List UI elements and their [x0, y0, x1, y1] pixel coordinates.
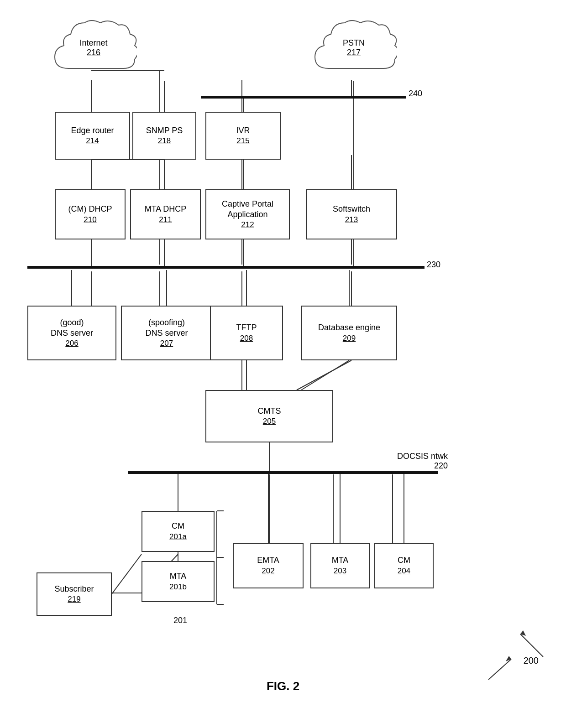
emta-id: 202 — [262, 566, 274, 576]
docsis-label: DOCSIS ntwk 220 — [397, 452, 448, 471]
captive-portal-node: Captive Portal Application 212 — [205, 189, 290, 239]
ref-200-arrow — [507, 625, 552, 661]
fig-label: FIG. 2 — [267, 679, 299, 693]
svg-line-35 — [520, 634, 543, 657]
edge-router-id: 214 — [86, 136, 99, 146]
cm-204-id: 204 — [398, 566, 410, 576]
cm-dhcp-id: 210 — [84, 215, 96, 225]
bus-220 — [128, 471, 438, 474]
diagram: 240 230 DOCSIS ntwk 220 Internet 216 PST… — [0, 0, 566, 702]
mta-203-node: MTA 203 — [310, 543, 370, 588]
edge-router-node: Edge router 214 — [55, 112, 130, 160]
ivr-node: IVR 215 — [205, 112, 281, 160]
mta-dhcp-id: 211 — [159, 215, 172, 225]
subscriber-node: Subscriber 219 — [37, 572, 112, 616]
subscriber-id: 219 — [68, 594, 80, 604]
softswitch-label: Softswitch — [333, 204, 370, 214]
snmp-ps-label: SNMP PS — [146, 125, 183, 136]
mta-dhcp-label: MTA DHCP — [145, 204, 187, 214]
cm-dhcp-node: (CM) DHCP 210 — [55, 189, 126, 239]
cm-dhcp-label: (CM) DHCP — [68, 204, 112, 214]
db-engine-id: 209 — [343, 333, 356, 343]
tftp-node: TFTP 208 — [210, 306, 283, 360]
svg-line-29 — [488, 659, 511, 680]
good-dns-id: 206 — [65, 338, 78, 348]
pstn-label: PSTN — [343, 38, 365, 48]
bus-230-label: 230 — [427, 260, 440, 270]
svg-line-55 — [301, 360, 349, 390]
ivr-id: 215 — [236, 136, 249, 146]
spoof-dns-label: (spoofing)DNS server — [145, 317, 188, 339]
subscriber-label: Subscriber — [54, 584, 94, 594]
internet-label: Internet — [79, 38, 107, 48]
mta-203-id: 203 — [334, 566, 346, 576]
good-dns-label: (good)DNS server — [51, 317, 93, 339]
tftp-label: TFTP — [236, 322, 257, 333]
bus-240 — [201, 96, 406, 99]
cmts-label: CMTS — [258, 406, 281, 416]
internet-cloud: Internet 216 — [50, 9, 137, 82]
cm-204-node: CM 204 — [374, 543, 434, 588]
spoof-dns-node: (spoofing)DNS server 207 — [121, 306, 212, 360]
mta-203-label: MTA — [332, 555, 349, 566]
edge-router-label: Edge router — [71, 125, 114, 136]
good-dns-node: (good)DNS server 206 — [27, 306, 116, 360]
db-engine-node: Database engine 209 — [301, 306, 397, 360]
bracket-201 — [135, 509, 226, 623]
cmts-node: CMTS 205 — [205, 390, 333, 442]
emta-node: EMTA 202 — [233, 543, 304, 588]
emta-label: EMTA — [257, 555, 279, 566]
bus-240-label: 240 — [409, 89, 422, 99]
mta-dhcp-node: MTA DHCP 211 — [130, 189, 201, 239]
cm-204-label: CM — [398, 555, 410, 566]
db-engine-label: Database engine — [318, 322, 380, 333]
svg-line-20 — [297, 360, 351, 390]
extra-lines — [0, 0, 566, 728]
tftp-id: 208 — [240, 333, 253, 343]
snmp-ps-id: 218 — [158, 136, 171, 146]
pstn-cloud: PSTN 217 — [310, 9, 397, 82]
captive-portal-id: 212 — [241, 220, 254, 230]
captive-portal-label: Captive Portal Application — [210, 199, 285, 220]
pstn-id: 217 — [347, 48, 361, 57]
ivr-label: IVR — [236, 125, 250, 136]
cmts-id: 205 — [263, 416, 276, 426]
internet-id: 216 — [87, 48, 100, 57]
softswitch-node: Softswitch 213 — [306, 189, 397, 239]
bus-230 — [27, 266, 424, 269]
spoof-dns-id: 207 — [160, 338, 173, 348]
softswitch-id: 213 — [345, 215, 358, 225]
snmp-ps-node: SNMP PS 218 — [132, 112, 196, 160]
